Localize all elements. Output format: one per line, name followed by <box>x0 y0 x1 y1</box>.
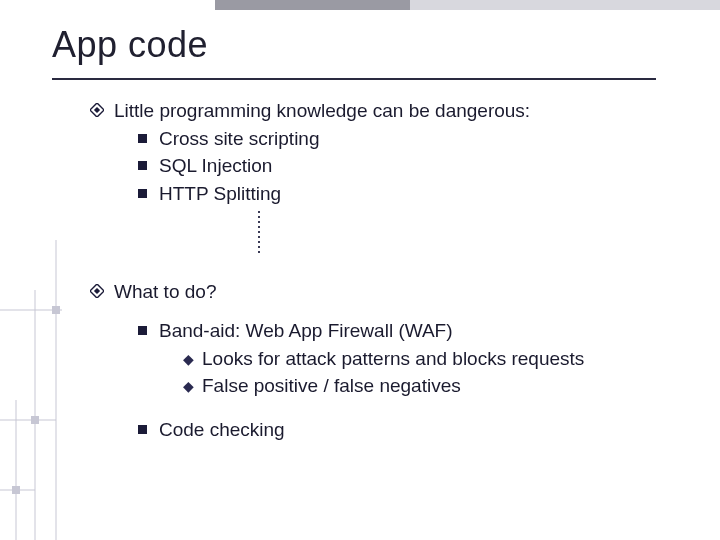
subsub-bullet-item: ◆ Looks for attack patterns and blocks r… <box>183 346 690 372</box>
vertical-ellipsis-icon <box>258 211 260 253</box>
sub-bullet-text: SQL Injection <box>159 153 272 179</box>
sub-bullet-text: Band-aid: Web App Firewall (WAF) <box>159 320 453 341</box>
square-bullet-icon <box>138 189 147 198</box>
bullet-text: What to do? <box>114 279 216 305</box>
svg-rect-11 <box>31 416 39 424</box>
diamond-bullet-icon <box>90 103 104 117</box>
bullet-item: Little programming knowledge can be dang… <box>90 98 690 124</box>
sub-bullet-text: Code checking <box>159 417 285 443</box>
bullet-text: Little programming knowledge can be dang… <box>114 98 530 124</box>
bullet-item: What to do? <box>90 279 690 305</box>
svg-rect-1 <box>94 107 100 113</box>
slide-body: Little programming knowledge can be dang… <box>90 98 690 445</box>
subsub-bullet-text: Looks for attack patterns and blocks req… <box>202 346 584 372</box>
square-bullet-icon <box>138 425 147 434</box>
subsub-bullet-item: ◆ False positive / false negatives <box>183 373 690 399</box>
svg-rect-10 <box>52 306 60 314</box>
chevron-bullet-icon: ◆ <box>183 377 194 396</box>
chevron-bullet-icon: ◆ <box>183 350 194 369</box>
svg-rect-3 <box>94 287 100 293</box>
title-underline <box>52 78 656 80</box>
sub-bullet-list: Cross site scripting SQL Injection HTTP … <box>138 126 690 253</box>
sub-bullet-item: Cross site scripting <box>138 126 690 152</box>
sub-bullet-list: Band-aid: Web App Firewall (WAF) ◆ Looks… <box>138 318 690 443</box>
square-bullet-icon <box>138 134 147 143</box>
sub-bullet-text: Cross site scripting <box>159 126 320 152</box>
top-accent-bar <box>0 0 720 10</box>
square-bullet-icon <box>138 326 147 335</box>
corner-decoration-icon <box>0 240 62 540</box>
sub-bullet-item: SQL Injection <box>138 153 690 179</box>
subsub-bullet-list: ◆ Looks for attack patterns and blocks r… <box>183 346 690 399</box>
sub-bullet-item: HTTP Splitting <box>138 181 690 207</box>
sub-bullet-item: Code checking <box>138 417 690 443</box>
slide-title: App code <box>52 24 208 66</box>
square-bullet-icon <box>138 161 147 170</box>
sub-bullet-item: Band-aid: Web App Firewall (WAF) ◆ Looks… <box>138 318 690 401</box>
subsub-bullet-text: False positive / false negatives <box>202 373 461 399</box>
svg-rect-12 <box>12 486 20 494</box>
sub-bullet-text: HTTP Splitting <box>159 181 281 207</box>
diamond-bullet-icon <box>90 284 104 298</box>
